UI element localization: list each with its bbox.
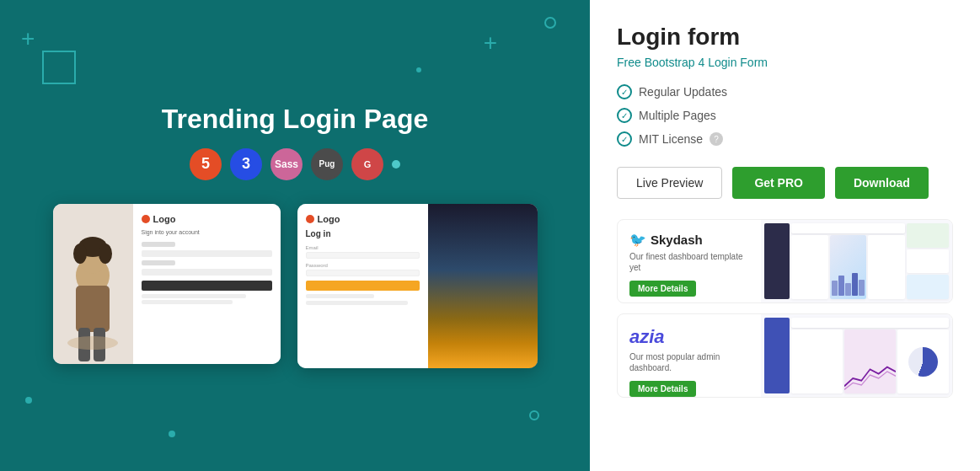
- promo-info-skydash: 🐦 Skydash Our finest dashboard template …: [618, 220, 761, 302]
- html5-icon: 5: [190, 148, 222, 180]
- preview-card-2: Logo Log in Email Password: [297, 204, 538, 368]
- card2-logo-text: Logo: [318, 214, 340, 224]
- svg-rect-1: [76, 286, 110, 332]
- form-logo: Logo: [142, 214, 272, 224]
- logo-dot: [142, 215, 150, 223]
- download-button[interactable]: Download: [835, 167, 929, 199]
- card2-image: [428, 204, 538, 368]
- login-btn-mock: [306, 281, 420, 291]
- deco-square-1: [42, 51, 76, 84]
- dash-col-2: [830, 235, 867, 299]
- azia-header: [791, 318, 949, 328]
- svg-point-6: [73, 244, 87, 264]
- azia-col-3: [897, 329, 949, 393]
- card1-image: [53, 204, 133, 364]
- field-mock-1: [142, 250, 272, 257]
- azia-sidebar: [764, 318, 790, 393]
- bird-icon: 🐦: [629, 232, 646, 248]
- dash-header: [791, 223, 905, 233]
- promo-card-skydash: 🐦 Skydash Our finest dashboard template …: [617, 219, 953, 303]
- skydash-more-details-button[interactable]: More Details: [629, 281, 696, 297]
- azia-preview: [761, 314, 952, 397]
- deco-dot-1: [25, 397, 32, 404]
- deco-dot-3: [169, 431, 175, 437]
- azia-more-details-button[interactable]: More Details: [629, 381, 696, 397]
- feature-label-2: Multiple Pages: [639, 109, 716, 122]
- get-pro-button[interactable]: Get PRO: [732, 167, 825, 199]
- logo-text: Logo: [153, 214, 176, 224]
- card2-logo-dot: [306, 215, 314, 223]
- link-mock-2: [142, 300, 233, 304]
- promo-cards: 🐦 Skydash Our finest dashboard template …: [617, 219, 953, 398]
- azia-content: [791, 329, 949, 393]
- right-panel: Login form Free Bootstrap 4 Login Form ✓…: [590, 0, 980, 471]
- feature-label-3: MIT License: [639, 132, 703, 146]
- password-field-mock: [306, 270, 420, 276]
- skydash-preview: [761, 220, 952, 302]
- field-label-email: Email: [306, 245, 420, 250]
- action-buttons: Live Preview Get PRO Download: [617, 167, 953, 199]
- css3-icon: 3: [230, 148, 262, 180]
- panel-title: Trending Login Page: [162, 104, 428, 135]
- deco-dot-2: [416, 67, 421, 72]
- card2-form: Logo Log in Email Password: [297, 204, 428, 368]
- skydash-logo: 🐦 Skydash: [629, 232, 749, 248]
- feature-item-3: ✓ MIT License ?: [617, 131, 953, 147]
- dashboard-mock-azia: [761, 314, 952, 397]
- forgot-mock: [306, 294, 374, 298]
- deco-circle-2: [529, 410, 539, 420]
- login-heading: Log in: [306, 229, 420, 238]
- dashboard-mock-skydash: [761, 220, 952, 302]
- login-button-mock: [142, 281, 272, 291]
- card1-form: Logo Sign into your account: [133, 204, 281, 364]
- svg-point-8: [67, 336, 118, 350]
- svg-point-7: [99, 244, 112, 264]
- form-subtitle: Sign into your account: [142, 229, 272, 235]
- dot-icon: [392, 160, 400, 169]
- email-field-mock: [306, 252, 420, 259]
- info-icon[interactable]: ?: [710, 132, 723, 146]
- azia-main: [791, 318, 949, 393]
- product-title: Login form: [617, 24, 953, 51]
- check-icon-3: ✓: [617, 131, 632, 147]
- dash-content: [791, 235, 905, 299]
- dash-right: [907, 223, 949, 299]
- dash-right-item-1: [907, 223, 949, 248]
- skydash-desc: Our finest dashboard template yet: [629, 251, 749, 273]
- feature-label-1: Regular Updates: [639, 85, 727, 99]
- left-panel: + + Trending Login Page 5 3 Sass Pug G: [0, 0, 590, 471]
- azia-col-2: [844, 329, 896, 393]
- features-list: ✓ Regular Updates ✓ Multiple Pages ✓ MIT…: [617, 84, 953, 147]
- dash-right-item-3: [907, 275, 949, 299]
- skydash-name: Skydash: [651, 233, 703, 247]
- promo-info-azia: azia Our most popular admin dashboard. M…: [618, 314, 761, 397]
- live-preview-button[interactable]: Live Preview: [617, 167, 722, 199]
- feature-item-1: ✓ Regular Updates: [617, 84, 953, 99]
- check-icon-1: ✓: [617, 84, 632, 99]
- tech-icons-row: 5 3 Sass Pug G: [190, 148, 400, 180]
- dash-sidebar: [764, 223, 790, 299]
- sass-icon: Sass: [270, 148, 303, 180]
- field-label-mock: [142, 242, 175, 247]
- azia-desc: Our most popular admin dashboard.: [629, 351, 749, 373]
- dash-right-item-2: [907, 249, 949, 274]
- azia-col-1: [791, 329, 843, 393]
- field-mock-2: [142, 269, 272, 276]
- feature-item-2: ✓ Multiple Pages: [617, 108, 953, 123]
- azia-logo: azia: [629, 326, 749, 348]
- pug-icon: Pug: [311, 148, 343, 180]
- dash-col-1: [791, 235, 828, 299]
- deco-circle-1: [544, 17, 556, 29]
- shoes-visual: [428, 204, 538, 368]
- dash-main: [791, 223, 905, 299]
- product-subtitle: Free Bootstrap 4 Login Form: [617, 56, 953, 69]
- register-mock: [306, 301, 409, 305]
- card2-logo: Logo: [306, 214, 420, 224]
- promo-card-azia: azia Our most popular admin dashboard. M…: [617, 313, 953, 398]
- field-label-mock-2: [142, 260, 175, 265]
- preview-cards: Logo Sign into your account: [53, 204, 538, 368]
- person-svg: [62, 233, 125, 364]
- dash-col-3: [868, 235, 905, 299]
- gulp-icon: G: [351, 148, 383, 180]
- check-icon-2: ✓: [617, 108, 632, 123]
